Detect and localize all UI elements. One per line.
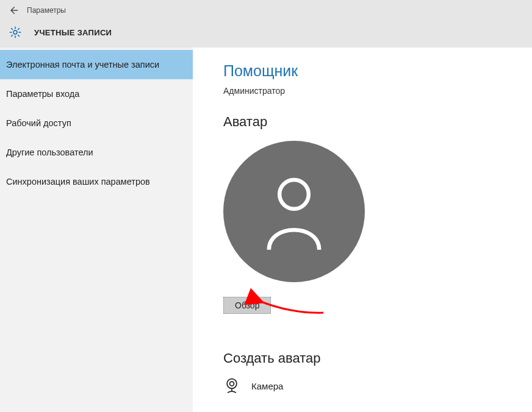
back-button[interactable]	[6, 3, 21, 18]
svg-point-1	[279, 180, 309, 209]
person-icon	[261, 172, 328, 251]
avatar-placeholder	[223, 141, 365, 282]
back-arrow-icon	[9, 5, 18, 15]
avatar-wrap	[223, 141, 532, 282]
create-avatar-heading: Создать аватар	[223, 350, 532, 366]
sidebar-item-signin-options[interactable]: Параметры входа	[0, 79, 193, 108]
camera-icon	[223, 377, 240, 394]
browse-button-label: Обзор	[235, 300, 259, 310]
sidebar-item-email-accounts[interactable]: Электронная почта и учетные записи	[0, 50, 193, 79]
sidebar-item-label: Синхронизация ваших параметров	[6, 177, 150, 186]
sidebar-item-sync-settings[interactable]: Синхронизация ваших параметров	[0, 167, 193, 196]
settings-gear-icon	[9, 26, 22, 39]
sidebar-item-label: Параметры входа	[6, 89, 79, 99]
svg-point-3	[230, 382, 234, 386]
sidebar-item-label: Другие пользователи	[6, 147, 93, 157]
title-bar: Параметры	[0, 0, 532, 21]
main-pane: Помощник Администратор Аватар Обзор Созд…	[193, 48, 532, 412]
browse-button[interactable]: Обзор	[223, 297, 271, 314]
sidebar-item-label: Электронная почта и учетные записи	[6, 60, 159, 69]
window-title: Параметры	[27, 6, 66, 15]
camera-option[interactable]: Камера	[223, 377, 532, 394]
svg-point-0	[13, 30, 17, 34]
svg-point-2	[227, 379, 237, 389]
account-role: Администратор	[223, 86, 532, 96]
camera-label: Камера	[251, 381, 283, 391]
sidebar-item-other-users[interactable]: Другие пользователи	[0, 138, 193, 167]
sidebar-item-work-access[interactable]: Рабочий доступ	[0, 108, 193, 138]
page-header: УЧЕТНЫЕ ЗАПИСИ	[0, 21, 532, 48]
account-name: Помощник	[223, 62, 532, 80]
sidebar: Электронная почта и учетные записи Парам…	[0, 48, 193, 412]
avatar-heading: Аватар	[223, 114, 532, 130]
page-title: УЧЕТНЫЕ ЗАПИСИ	[34, 28, 112, 37]
sidebar-item-label: Рабочий доступ	[6, 118, 71, 128]
